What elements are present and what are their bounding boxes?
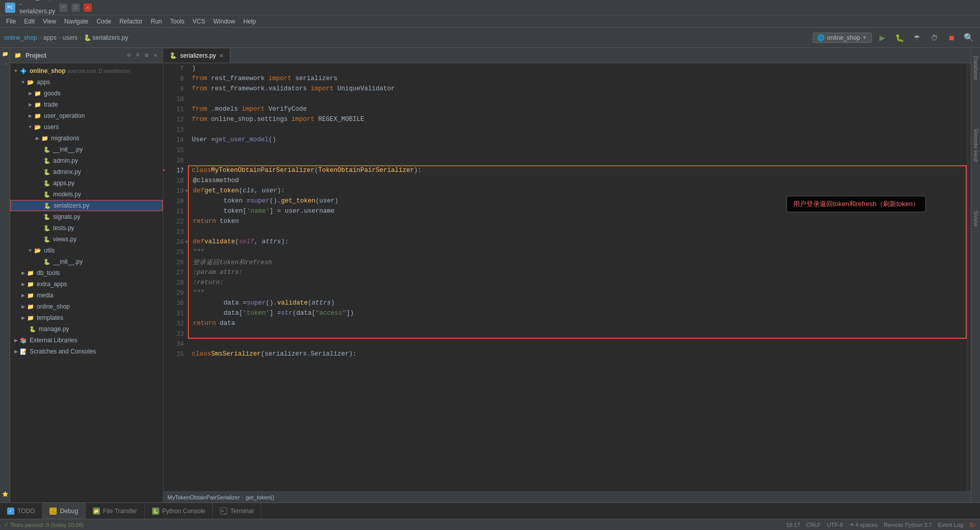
project-tree: ▼ 💠 online_shop sources root, D:\workfir… bbox=[10, 63, 163, 502]
tree-item-external-libs[interactable]: ▶ 📚 External Libraries bbox=[10, 335, 163, 346]
tree-item-models[interactable]: 🐍 models.py bbox=[10, 189, 163, 200]
editor-area: 🐍 serializers.py ✕ 7 8 9 10 11 12 13 14 … bbox=[163, 48, 971, 502]
ln-7: 7 bbox=[163, 63, 188, 73]
tree-item-tests[interactable]: 🐍 tests.py bbox=[10, 222, 163, 234]
database-tab[interactable]: Database bbox=[972, 52, 980, 84]
tree-item-apps-py[interactable]: 🐍 apps.py bbox=[10, 178, 163, 189]
editor-minimap bbox=[967, 63, 971, 491]
code-line-9: from rest_framework.validators import Un… bbox=[188, 84, 967, 94]
coverage-button[interactable]: ☂ bbox=[910, 31, 924, 45]
tree-item-views[interactable]: 🐍 views.py bbox=[10, 234, 163, 245]
close-tab-icon[interactable]: ✕ bbox=[219, 53, 224, 59]
event-log-status[interactable]: Event Log bbox=[938, 522, 964, 528]
tree-item-serializers[interactable]: 🐍 serializers.py bbox=[10, 200, 163, 211]
menu-navigate[interactable]: Navigate bbox=[60, 15, 92, 27]
statusbar: ✓ Tests passed: 0 (today 10:08) 18:17 CR… bbox=[0, 519, 980, 530]
sentry-icon: S↑ bbox=[969, 522, 976, 528]
tree-item-migrations[interactable]: ▶ 📁 migrations bbox=[10, 133, 163, 144]
sview-tab[interactable]: SView bbox=[972, 207, 980, 231]
code-line-12: from online_shop.settings import REGEX_M… bbox=[188, 114, 967, 124]
maximize-button[interactable]: □ bbox=[71, 4, 80, 12]
code-line-10 bbox=[188, 94, 967, 104]
menu-run[interactable]: Run bbox=[146, 15, 166, 27]
menu-refactor[interactable]: Refactor bbox=[115, 15, 146, 27]
favorites-icon[interactable]: ⭐ bbox=[1, 492, 9, 500]
menu-tools[interactable]: Tools bbox=[166, 15, 188, 27]
menubar: File Edit View Navigate Code Refactor Ru… bbox=[0, 15, 980, 28]
tree-item-signals[interactable]: 🐍 signals.py bbox=[10, 211, 163, 222]
structure-icon[interactable]: S bbox=[1, 60, 9, 68]
breadcrumb-method[interactable]: get_token() bbox=[246, 494, 275, 500]
breadcrumb-users[interactable]: users bbox=[63, 34, 78, 41]
menu-code[interactable]: Code bbox=[92, 15, 115, 27]
ln-17: ➤ 17 bbox=[163, 165, 188, 175]
tree-item-templates[interactable]: ▶ 📁 templates bbox=[10, 312, 163, 323]
breadcrumb-root[interactable]: online_shop bbox=[4, 34, 37, 41]
tree-item-manage[interactable]: 🐍 manage.py bbox=[10, 323, 163, 335]
code-editor[interactable]: ) from rest_framework import serializers… bbox=[188, 63, 967, 491]
todo-tab[interactable]: ✓ TODO bbox=[0, 503, 42, 519]
minimize-button[interactable]: ─ bbox=[59, 4, 67, 12]
breadcrumb-apps[interactable]: apps bbox=[43, 34, 57, 41]
python-console-tab[interactable]: 🐍 Python Console bbox=[145, 503, 213, 519]
tree-item-users[interactable]: ▼ 📂 users bbox=[10, 121, 163, 133]
debug-button[interactable]: 🐛 bbox=[892, 31, 906, 45]
tree-item-media[interactable]: ▶ 📁 media bbox=[10, 290, 163, 301]
tree-item-extra-apps[interactable]: ▶ 📁 extra_apps bbox=[10, 279, 163, 290]
menu-help[interactable]: Help bbox=[239, 15, 260, 27]
tree-item-utils[interactable]: ▼ 📂 utils bbox=[10, 245, 163, 256]
tree-item-adminx[interactable]: 🐍 adminx.py bbox=[10, 166, 163, 178]
run-config-button[interactable]: 🌐 online_shop ▼ bbox=[813, 33, 872, 43]
stop-button[interactable]: ⏹ bbox=[944, 31, 959, 45]
ln-20: 20 bbox=[163, 196, 188, 206]
ln-24: 24 ▼ bbox=[163, 237, 188, 247]
run-button[interactable]: ▶ bbox=[875, 31, 889, 45]
tree-item-online-shop-folder[interactable]: ▶ 📁 online_shop bbox=[10, 301, 163, 312]
expand-button[interactable]: ≡ bbox=[134, 51, 141, 60]
menu-window[interactable]: Window bbox=[209, 15, 239, 27]
ln-15: 15 bbox=[163, 145, 188, 155]
tree-item-user-operation[interactable]: ▶ 📁 user_operation bbox=[10, 110, 163, 121]
tree-item-trade[interactable]: ▶ 📁 trade bbox=[10, 99, 163, 110]
ln-34: 34 bbox=[163, 339, 188, 349]
breadcrumb-class[interactable]: MyTokenObtainPairSerializer bbox=[167, 494, 240, 500]
close-panel-button[interactable]: ✕ bbox=[152, 51, 159, 60]
locate-file-button[interactable]: ⊙ bbox=[126, 51, 132, 60]
code-line-7: ) bbox=[188, 63, 967, 73]
tree-item-init[interactable]: 🐍 __init__.py bbox=[10, 144, 163, 155]
tree-item-apps[interactable]: ▼ 📂 apps bbox=[10, 77, 163, 88]
tests-status: ✓ Tests passed: 0 (today 10:08) bbox=[4, 521, 84, 528]
ln-32: 32 bbox=[163, 318, 188, 329]
ln-28: 28 bbox=[163, 277, 188, 288]
menu-view[interactable]: View bbox=[39, 15, 60, 27]
ln-29: 29 bbox=[163, 288, 188, 298]
menu-vcs[interactable]: VCS bbox=[188, 15, 209, 27]
close-button[interactable]: ✕ bbox=[84, 4, 92, 12]
bottom-panel: ✓ TODO 🐛 Debug 📁 File Transfer 🐍 Python … bbox=[0, 502, 980, 519]
tab-serializers[interactable]: 🐍 serializers.py ✕ bbox=[163, 48, 230, 63]
project-icon[interactable]: 📁 bbox=[1, 50, 9, 58]
search-everywhere-button[interactable]: 🔍 bbox=[962, 31, 976, 45]
terminal-tab[interactable]: >_ Terminal bbox=[213, 503, 261, 519]
ln-25: 25 bbox=[163, 247, 188, 257]
breadcrumb-file[interactable]: 🐍serializers.py bbox=[84, 34, 128, 41]
tree-item-scratches[interactable]: ▶ 📝 Scratches and Consoles bbox=[10, 346, 163, 357]
debug-tab[interactable]: 🐛 Debug bbox=[42, 503, 85, 519]
remote-host-tab[interactable]: Remote Host bbox=[972, 125, 980, 166]
code-line-28: :return: bbox=[189, 277, 966, 288]
ln-16: 16 bbox=[163, 155, 188, 165]
tree-item-utils-init[interactable]: 🐍 __init__.py bbox=[10, 256, 163, 267]
code-line-22: return token bbox=[189, 216, 966, 226]
tree-item-db-tools[interactable]: ▶ 📁 db_tools bbox=[10, 267, 163, 279]
ln-23: 23 bbox=[163, 226, 188, 237]
settings-gear-icon[interactable]: ⚙ bbox=[143, 51, 150, 60]
tree-item-online-shop-root[interactable]: ▼ 💠 online_shop sources root, D:\workfir… bbox=[10, 65, 163, 77]
profile-button[interactable]: ⏱ bbox=[927, 31, 941, 45]
tree-item-admin[interactable]: 🐍 admin.py bbox=[10, 155, 163, 166]
menu-edit[interactable]: Edit bbox=[20, 15, 39, 27]
editor-breadcrumb: MyTokenObtainPairSerializer › get_token(… bbox=[163, 491, 971, 502]
code-line-25: """ bbox=[189, 247, 966, 257]
menu-file[interactable]: File bbox=[2, 15, 20, 27]
file-transfer-tab[interactable]: 📁 File Transfer bbox=[86, 503, 145, 519]
tree-item-goods[interactable]: ▶ 📁 goods bbox=[10, 88, 163, 99]
